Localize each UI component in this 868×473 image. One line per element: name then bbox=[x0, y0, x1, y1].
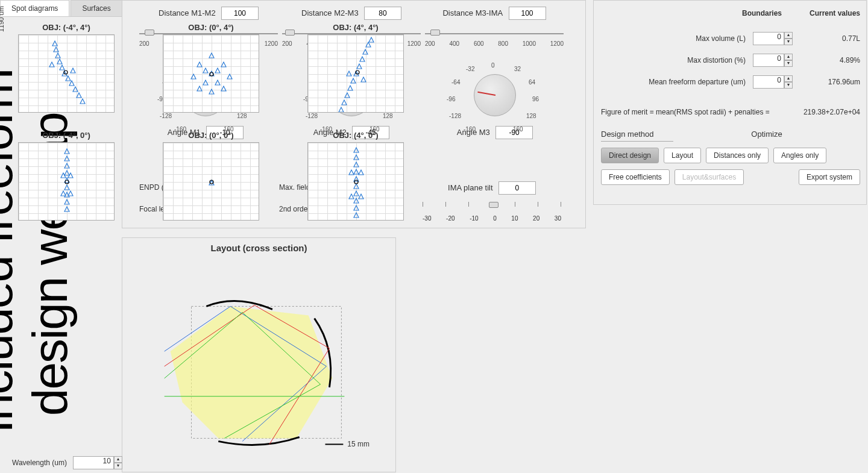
svg-marker-20 bbox=[66, 76, 71, 81]
svg-marker-44 bbox=[345, 93, 350, 98]
svg-marker-61 bbox=[64, 185, 69, 190]
svg-marker-30 bbox=[191, 74, 196, 79]
distances-only-button[interactable]: Distances only bbox=[706, 148, 769, 163]
ima-tilt-slider[interactable] bbox=[423, 202, 561, 214]
current-values-header: Current values bbox=[810, 9, 860, 17]
export-system-button[interactable]: Export system bbox=[799, 169, 860, 185]
distance-m3-ima-group: Distance M3-IMA 20040060080010001200 bbox=[425, 7, 564, 47]
svg-marker-80 bbox=[354, 205, 359, 210]
svg-marker-73 bbox=[354, 155, 359, 160]
svg-marker-74 bbox=[354, 162, 359, 167]
svg-marker-58 bbox=[64, 163, 69, 168]
mean-freeform-up[interactable]: ▲ bbox=[784, 75, 793, 82]
distance-m1-m2-label: Distance M1-M2 bbox=[159, 8, 216, 17]
mean-freeform-value: 176.96um bbox=[800, 78, 860, 86]
wavelength-down[interactable]: ▼ bbox=[114, 463, 122, 469]
mean-freeform-label: Mean freeform departure (um) bbox=[607, 78, 746, 86]
max-volume-down[interactable]: ▼ bbox=[784, 39, 793, 45]
svg-marker-33 bbox=[221, 62, 226, 67]
svg-marker-59 bbox=[64, 171, 69, 175]
svg-marker-85 bbox=[359, 194, 363, 199]
distance-m2-m3-label: Distance M2-M3 bbox=[301, 8, 359, 17]
spot-cell-2: OBJ: (0°, 4°) bbox=[157, 23, 265, 113]
svg-marker-24 bbox=[80, 99, 85, 104]
distance-m2-m3-input[interactable] bbox=[364, 7, 401, 20]
svg-marker-21 bbox=[69, 81, 74, 86]
panel-optimize: Boundaries Current values Max volume (L)… bbox=[593, 0, 867, 205]
max-distortion-input[interactable]: 0 bbox=[753, 54, 784, 67]
spot-cell-5: OBJ: (0°, 0°) bbox=[157, 131, 265, 221]
spot-cell-4: OBJ: (-4°, 0°) bbox=[12, 131, 121, 221]
max-volume-up[interactable]: ▲ bbox=[784, 32, 793, 39]
svg-point-69 bbox=[65, 180, 69, 184]
spot-cell-1: 1190 um OBJ: (-4°, 4°) bbox=[12, 23, 121, 113]
tab-spot-diagrams[interactable]: Spot diagrams bbox=[0, 0, 69, 16]
layout-title: Layout (cross section) bbox=[122, 238, 395, 258]
layout-diagram: 15 mm bbox=[122, 258, 395, 463]
svg-marker-38 bbox=[215, 68, 220, 73]
svg-marker-50 bbox=[363, 49, 368, 54]
max-volume-input[interactable]: 0 bbox=[753, 32, 784, 45]
wavelength-up[interactable]: ▲ bbox=[114, 456, 122, 463]
distance-m3-ima-input[interactable] bbox=[509, 7, 546, 20]
svg-marker-14 bbox=[52, 41, 57, 46]
spot-cell-3: OBJ: (4°, 4°) bbox=[301, 23, 410, 113]
direct-design-button[interactable]: Direct design bbox=[601, 148, 659, 163]
svg-marker-49 bbox=[360, 57, 365, 61]
mean-freeform-down[interactable]: ▼ bbox=[784, 82, 793, 89]
svg-marker-63 bbox=[64, 199, 69, 204]
svg-marker-57 bbox=[64, 156, 69, 161]
panel-layout: Layout (cross section) 15 mm bbox=[122, 237, 396, 472]
angle-m3-knob-group: 0 -32 32 -64 64 -96 96 -128 128 -160 160… bbox=[441, 61, 549, 139]
svg-marker-68 bbox=[68, 191, 73, 196]
svg-marker-40 bbox=[215, 80, 220, 85]
ima-tilt-input[interactable] bbox=[498, 181, 536, 195]
design-method-label: Design method bbox=[601, 130, 673, 142]
svg-marker-29 bbox=[209, 89, 214, 94]
angles-only-button[interactable]: Angles only bbox=[773, 148, 826, 163]
distance-m3-ima-label: Distance M3-IMA bbox=[442, 8, 503, 17]
svg-marker-31 bbox=[227, 74, 232, 79]
boundaries-header: Boundaries bbox=[742, 9, 782, 17]
layout-button[interactable]: Layout bbox=[664, 148, 701, 163]
svg-marker-84 bbox=[349, 194, 354, 199]
max-volume-value: 0.77L bbox=[800, 34, 860, 43]
mean-freeform-input[interactable]: 0 bbox=[753, 75, 784, 89]
svg-marker-67 bbox=[61, 191, 66, 196]
sidebar-title-1: Included freeform bbox=[0, 69, 24, 433]
svg-marker-75 bbox=[354, 169, 359, 174]
svg-marker-16 bbox=[55, 53, 60, 58]
tab-surfaces[interactable]: Surfaces bbox=[71, 0, 122, 16]
svg-marker-51 bbox=[366, 42, 371, 47]
svg-marker-32 bbox=[197, 62, 202, 67]
max-distortion-down[interactable]: ▼ bbox=[784, 60, 793, 67]
svg-marker-64 bbox=[64, 207, 69, 211]
angle-m3-knob[interactable] bbox=[474, 74, 516, 116]
svg-marker-22 bbox=[73, 87, 78, 92]
svg-marker-83 bbox=[359, 170, 363, 175]
svg-text:15 mm: 15 mm bbox=[347, 440, 370, 448]
svg-marker-34 bbox=[197, 86, 202, 91]
spot-cell-6: OBJ: (4°, 0°) bbox=[301, 131, 410, 221]
layout-surfaces-button[interactable]: Layout&surfaces bbox=[675, 169, 744, 185]
svg-marker-52 bbox=[369, 37, 374, 42]
svg-marker-28 bbox=[209, 53, 214, 58]
distance-m3-ima-slider[interactable] bbox=[425, 31, 564, 38]
svg-marker-39 bbox=[203, 80, 208, 85]
svg-marker-37 bbox=[203, 68, 208, 73]
svg-marker-54 bbox=[361, 77, 366, 82]
svg-marker-48 bbox=[357, 64, 362, 69]
distance-m1-m2-input[interactable] bbox=[221, 7, 259, 20]
wavelength-input[interactable]: 10 bbox=[73, 456, 114, 469]
svg-marker-46 bbox=[351, 78, 356, 83]
svg-marker-72 bbox=[354, 148, 359, 152]
svg-marker-77 bbox=[354, 184, 359, 189]
max-distortion-value: 4.89% bbox=[800, 56, 860, 64]
svg-marker-78 bbox=[354, 191, 359, 196]
svg-marker-82 bbox=[349, 170, 354, 175]
free-coefficients-button[interactable]: Free coefficients bbox=[601, 169, 670, 185]
svg-marker-81 bbox=[354, 213, 359, 218]
wavelength-label: Wavelength (um) bbox=[12, 459, 67, 467]
spot-yaxis-label: 1190 um bbox=[0, 6, 5, 32]
max-distortion-up[interactable]: ▲ bbox=[784, 54, 793, 60]
